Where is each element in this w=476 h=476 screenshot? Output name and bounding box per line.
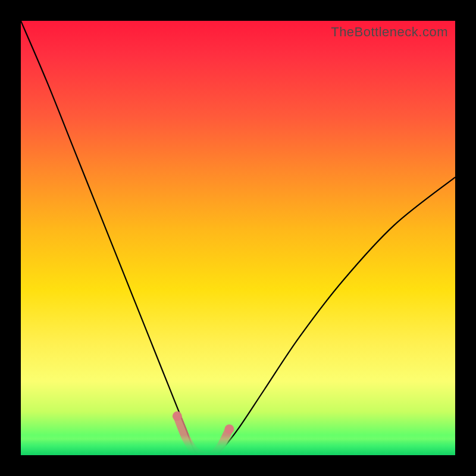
svg-point-1 xyxy=(224,424,234,434)
chart-container: TheBottleneck.com xyxy=(0,0,476,476)
curve-svg xyxy=(21,21,455,455)
bottleneck-curve xyxy=(21,21,455,455)
trough-highlight xyxy=(177,416,230,455)
plot-area: TheBottleneck.com xyxy=(21,21,455,455)
svg-point-0 xyxy=(173,411,182,421)
